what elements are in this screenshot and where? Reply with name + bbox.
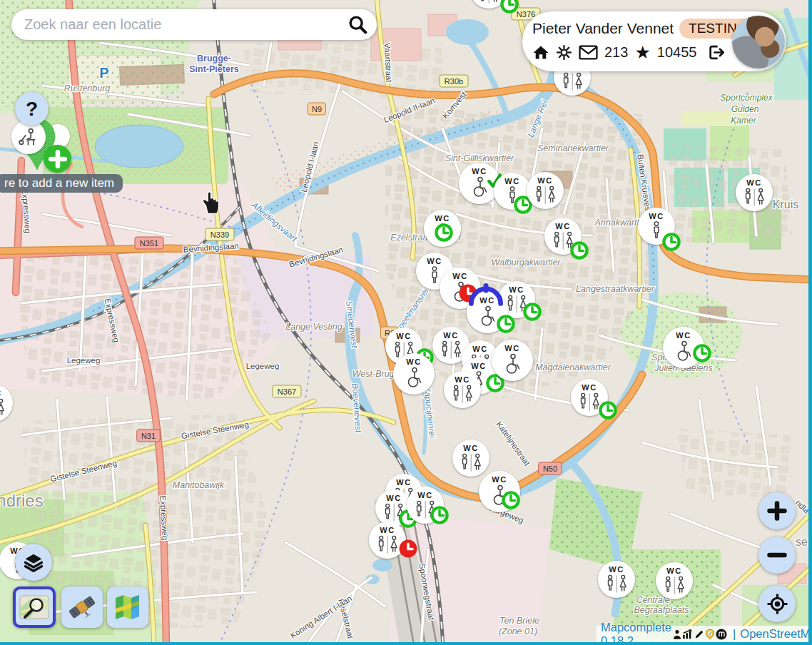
satellite-icon <box>68 593 96 621</box>
marker-wc-label: WC <box>396 332 411 341</box>
messages-icon[interactable] <box>579 45 598 60</box>
statistics-icon[interactable] <box>682 629 694 639</box>
search-icon[interactable] <box>347 14 370 36</box>
wc-marker-mw[interactable]: WC <box>452 440 489 477</box>
marker-wc-label: WC <box>509 285 524 295</box>
basemap-satellite-button[interactable] <box>61 586 103 628</box>
openstreetmap-link[interactable]: OpenStreetMap <box>740 627 812 641</box>
green-clock-badge-icon <box>599 401 618 420</box>
marker-wc-label: WC <box>472 345 487 354</box>
wc-marker-wheelchair[interactable]: WC <box>492 340 533 381</box>
star-icon: ★ <box>634 44 650 61</box>
page-edge-right <box>808 0 812 645</box>
marker-wc-label: WC <box>455 375 470 385</box>
zoom-in-icon <box>766 500 788 522</box>
zoom-in-button[interactable] <box>758 492 796 529</box>
green-clock-badge-icon <box>523 303 542 322</box>
wc-marker-mw[interactable]: WC <box>0 385 13 422</box>
mastodon-icon[interactable] <box>716 629 727 640</box>
marker-wc-label: WC <box>386 494 401 503</box>
green-clock-badge-icon <box>435 223 454 243</box>
logout-icon[interactable] <box>707 44 725 61</box>
home-icon[interactable] <box>532 44 549 61</box>
attribution-bar: Mapcomplete 0.18.2 | OpenStreetMap <box>597 626 808 642</box>
help-label: ? <box>26 98 38 121</box>
contributor-icon[interactable] <box>673 629 681 639</box>
marker-wc-label: WC <box>443 331 458 340</box>
wc-marker-wheelchair[interactable]: WC <box>393 353 435 395</box>
add-new-item-button[interactable] <box>44 145 71 173</box>
user-panel: Pieter Vander Vennet TESTING 213 ★ 10455 <box>522 11 786 71</box>
blue-arc-icon <box>468 283 504 307</box>
marker-wc-label: WC <box>582 383 597 392</box>
add-item-tooltip: re to add a new item <box>0 174 123 193</box>
green-clock-badge-icon <box>497 315 516 334</box>
layers-button[interactable] <box>15 544 52 581</box>
marker-wc-label: WC <box>427 257 442 266</box>
location-search-bar <box>11 9 377 40</box>
toilet-wrench-icon <box>17 126 40 148</box>
green-clock-badge-icon <box>570 241 589 260</box>
crosshair-icon <box>766 593 788 615</box>
stars-count[interactable]: 10455 <box>657 44 697 61</box>
marker-wc-label: WC <box>676 331 691 340</box>
search-input[interactable] <box>23 16 347 34</box>
settings-gear-icon[interactable] <box>556 44 572 61</box>
marker-wc-label: WC <box>417 491 432 500</box>
marker-wc-label: WC <box>666 567 681 576</box>
help-button[interactable]: ? <box>15 92 49 126</box>
wc-marker-mw[interactable]: WC <box>736 174 773 211</box>
basemap-osm-button[interactable] <box>107 586 148 628</box>
marker-wc-label: WC <box>396 478 411 487</box>
page-edge-bottom <box>0 642 812 645</box>
basemap-carto-button[interactable] <box>13 586 56 628</box>
marker-wc-label: WC <box>555 222 570 231</box>
wc-marker-mw[interactable]: WC <box>656 562 693 599</box>
wc-marker-mw[interactable]: WC <box>527 172 564 209</box>
marker-wc-label: WC <box>463 444 478 453</box>
marker-wc-label: WC <box>537 176 552 186</box>
marker-wc-label: WC <box>472 167 487 176</box>
layers-icon <box>24 552 44 572</box>
zoom-out-button[interactable] <box>758 537 796 574</box>
marker-wc-label: WC <box>406 357 421 367</box>
wc-marker-mw[interactable]: WC <box>444 371 481 408</box>
user-avatar[interactable] <box>732 16 785 68</box>
marker-wc-label: WC <box>471 362 486 371</box>
hand-cursor-icon <box>199 190 222 215</box>
green-clock-badge-icon <box>662 233 681 252</box>
attribution-separator: | <box>733 627 736 641</box>
green-clock-badge-icon <box>693 344 712 363</box>
marker-wc-label: WC <box>380 526 395 535</box>
green-clock-badge-icon <box>502 491 521 510</box>
edit-icon[interactable] <box>694 629 704 639</box>
marker-wc-label: WC <box>504 344 519 353</box>
mapcomplete-version-link[interactable]: Mapcomplete 0.18.2 <box>601 621 671 645</box>
green-clock-badge-icon <box>430 506 450 525</box>
mapcomplete-logo-icon[interactable] <box>705 629 715 640</box>
marker-wc-label: WC <box>746 178 761 188</box>
marker-wc-label: WC <box>649 212 664 221</box>
marker-wc-label: WC <box>492 475 507 484</box>
mapcomplete-app: Brugge-Sint-PietersPRustenburgVaartstraa… <box>0 0 812 645</box>
poi-markers-layer: WCWCWCWCWCWCWCWCWCWCWCWCWCWCWCWCWCWCWCWC… <box>0 0 812 645</box>
red-clock-badge-icon <box>399 539 418 559</box>
map-magnifier-icon <box>19 594 50 621</box>
messages-count[interactable]: 213 <box>604 44 628 61</box>
marker-wc-label: WC <box>435 214 450 223</box>
folded-map-icon <box>113 591 142 623</box>
wc-marker-mw[interactable]: WC <box>598 561 635 598</box>
geolocate-button[interactable] <box>758 585 796 622</box>
marker-wc-label: WC <box>452 272 467 281</box>
zoom-out-icon <box>766 544 788 566</box>
marker-wc-label: WC <box>609 565 624 574</box>
green-clock-badge-icon <box>500 0 519 14</box>
marker-wc-label: WC <box>504 177 519 186</box>
marker-wc-label: WC <box>0 389 2 398</box>
user-name[interactable]: Pieter Vander Vennet <box>532 20 674 37</box>
